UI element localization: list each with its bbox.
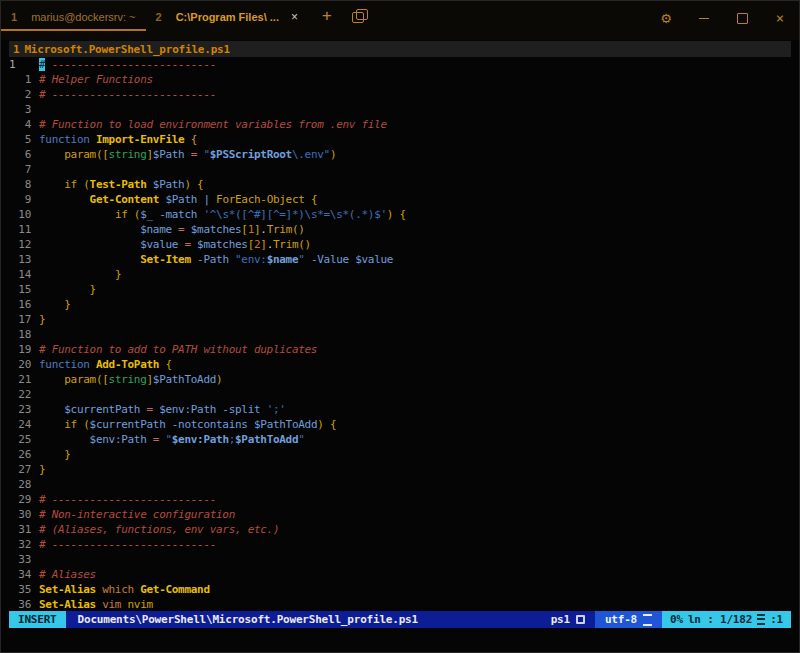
- code-line[interactable]: 1# Helper Functions: [9, 72, 791, 87]
- code-area: 1# --------------------------1# Helper F…: [9, 57, 791, 612]
- command-line: -- INSERT --: [9, 630, 85, 645]
- tab-1[interactable]: 1 marius@dockersrv: ~: [1, 4, 146, 31]
- token-c: # Non-interactive configuration: [39, 508, 235, 521]
- code-text: # Helper Functions: [39, 72, 153, 87]
- code-line[interactable]: 29# --------------------------: [9, 492, 791, 507]
- code-text: Set-Item -Path "env:$name" -Value $value: [39, 252, 393, 267]
- code-line[interactable]: 11 $name = $matches[1].Trim(): [9, 222, 791, 237]
- vim-tabline[interactable]: 1 Microsoft.PowerShell_profile.ps1: [9, 41, 791, 57]
- token-s: ": [298, 433, 304, 446]
- code-line[interactable]: 20function Add-ToPath {: [9, 357, 791, 372]
- line-number: 32: [9, 537, 31, 552]
- token-y: }: [39, 313, 45, 326]
- code-line[interactable]: 8 if (Test-Path $Path) {: [9, 177, 791, 192]
- token-y: }: [115, 268, 121, 281]
- code-text: param([string]$PathToAdd): [39, 372, 222, 387]
- token-y: {: [305, 193, 318, 206]
- code-line[interactable]: 35Set-Alias which Get-Command: [9, 582, 791, 597]
- code-line[interactable]: 12 $value = $matches[2].Trim(): [9, 237, 791, 252]
- code-line[interactable]: 13 Set-Item -Path "env:$name" -Value $va…: [9, 252, 791, 267]
- code-line[interactable]: 17}: [9, 312, 791, 327]
- code-line[interactable]: 9 Get-Content $Path | ForEach-Object {: [9, 192, 791, 207]
- code-line[interactable]: 4# Function to load environment variable…: [9, 117, 791, 132]
- code-text: $currentPath = $env:Path -split ';': [39, 402, 286, 417]
- code-line[interactable]: 31# (Aliases, functions, env vars, etc.): [9, 522, 791, 537]
- token-v: $_: [140, 208, 153, 221]
- code-text: }: [39, 297, 71, 312]
- file-path: Documents\PowerShell\Microsoft.PowerShel…: [78, 613, 418, 626]
- token-t: string: [109, 373, 147, 386]
- tab-2[interactable]: 2 C:\Program Files\ ... ×: [146, 4, 308, 29]
- token-v: $PathToAdd: [153, 373, 216, 386]
- code-line[interactable]: 22: [9, 387, 791, 402]
- code-line[interactable]: 21 param([string]$PathToAdd): [9, 372, 791, 387]
- minimize-button[interactable]: [685, 4, 723, 32]
- code-line[interactable]: 24 if ($currentPath -notcontains $PathTo…: [9, 417, 791, 432]
- filetype-label: ps1: [551, 613, 570, 626]
- line-number: 35: [9, 582, 31, 597]
- buffer-index: 1: [9, 43, 24, 56]
- code-line[interactable]: 16 }: [9, 297, 791, 312]
- token-y: {: [159, 358, 172, 371]
- token-n: [39, 253, 140, 266]
- token-f: Test-Path: [90, 178, 147, 191]
- maximize-icon: [737, 13, 748, 24]
- code-line[interactable]: 26 }: [9, 447, 791, 462]
- code-line[interactable]: 14 }: [9, 267, 791, 282]
- token-v: -split: [216, 403, 260, 416]
- token-y: }: [39, 463, 45, 476]
- tab-switcher-icon[interactable]: [352, 9, 368, 23]
- code-line[interactable]: 1# --------------------------: [9, 57, 791, 72]
- token-y: ) {: [387, 208, 406, 221]
- token-v: $env:Path: [159, 403, 216, 416]
- encoding-label: utf-8: [605, 613, 637, 626]
- line-number: 29: [9, 492, 31, 507]
- token-y: param([: [64, 373, 108, 386]
- code-line[interactable]: 28: [9, 477, 791, 492]
- token-c: # --------------------------: [39, 538, 216, 551]
- code-line[interactable]: 18: [9, 327, 791, 342]
- code-line[interactable]: 34# Aliases: [9, 567, 791, 582]
- line-number: 15: [9, 282, 31, 297]
- code-line[interactable]: 6 param([string]$Path = "$PSScriptRoot\.…: [9, 147, 791, 162]
- code-line[interactable]: 27}: [9, 462, 791, 477]
- code-line[interactable]: 15 }: [9, 282, 791, 297]
- code-line[interactable]: 2# --------------------------: [9, 87, 791, 102]
- line-number: 25: [9, 432, 31, 447]
- token-s: "env:: [229, 253, 267, 266]
- token-y: param([: [64, 148, 108, 161]
- code-line[interactable]: 30# Non-interactive configuration: [9, 507, 791, 522]
- code-line[interactable]: 5function Import-EnvFile {: [9, 132, 791, 147]
- settings-button[interactable]: ⚙: [647, 4, 685, 32]
- token-n: [39, 433, 90, 446]
- new-tab-button[interactable]: +: [308, 4, 346, 27]
- token-v: $value: [140, 238, 178, 251]
- token-y: ): [216, 373, 222, 386]
- gear-icon: ⚙: [660, 11, 672, 26]
- code-line[interactable]: 3: [9, 102, 791, 117]
- code-text: }: [39, 312, 45, 327]
- code-line[interactable]: 33: [9, 552, 791, 567]
- token-v: $matches: [191, 223, 242, 236]
- maximize-button[interactable]: [723, 4, 761, 32]
- code-line[interactable]: 32# --------------------------: [9, 537, 791, 552]
- code-line[interactable]: 23 $currentPath = $env:Path -split ';': [9, 402, 791, 417]
- code-line[interactable]: 19# Function to add to PATH without dupl…: [9, 342, 791, 357]
- code-line[interactable]: 25 $env:Path = "$env:Path;$PathToAdd": [9, 432, 791, 447]
- code-line[interactable]: 10 if ($_ -match '^\s*([^#][^=]*)\s*=\s*…: [9, 207, 791, 222]
- close-button[interactable]: ×: [761, 4, 799, 32]
- token-si: $name: [267, 253, 299, 266]
- tab-close-icon[interactable]: ×: [291, 10, 298, 24]
- code-text: $value = $matches[2].Trim(): [39, 237, 311, 252]
- tab-title: marius@dockersrv: ~: [31, 11, 135, 23]
- tab-switcher-front-square: [352, 12, 364, 23]
- column-location: :1: [770, 613, 783, 626]
- token-v: $name: [140, 223, 172, 236]
- code-line[interactable]: 36Set-Alias vim nvim: [9, 597, 791, 612]
- token-v: $currentPath: [64, 403, 140, 416]
- token-v: -match: [153, 208, 197, 221]
- token-n: [39, 148, 64, 161]
- line-number: 10: [9, 207, 31, 222]
- code-line[interactable]: 7: [9, 162, 791, 177]
- window-buttons: ⚙ ×: [647, 4, 799, 32]
